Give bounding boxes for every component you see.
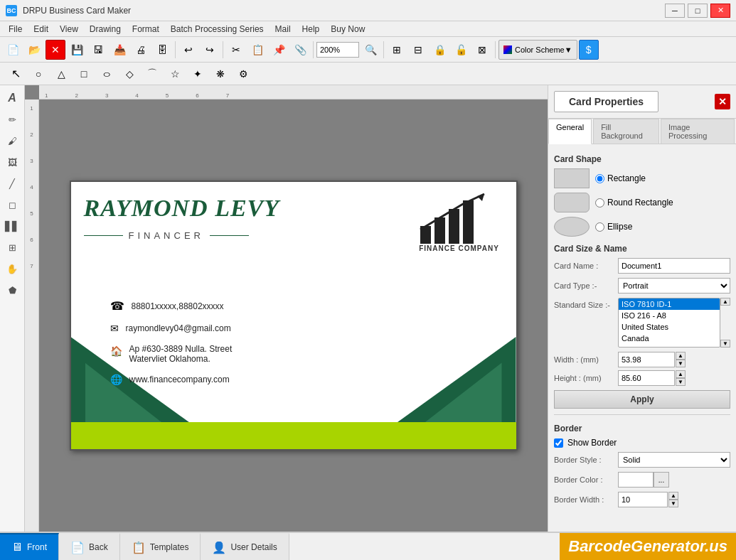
lock-button[interactable]: 🔒 <box>430 40 449 60</box>
tab-user-details[interactable]: 👤 User Details <box>201 533 289 560</box>
panel-close-button[interactable]: ✕ <box>715 94 730 109</box>
pen-tool[interactable]: ✏ <box>2 109 22 129</box>
gear-tool[interactable]: ⚙ <box>233 64 253 84</box>
size-list-up[interactable]: ▲ <box>720 298 730 306</box>
db-button[interactable]: 🗄 <box>152 40 172 60</box>
unlock-button[interactable]: 🔓 <box>451 40 471 60</box>
tab-back[interactable]: 📄 Back <box>59 533 120 560</box>
menu-buynow[interactable]: Buy Now <box>325 23 370 36</box>
color-scheme-button[interactable]: Color Scheme▼ <box>498 40 577 60</box>
show-border-label[interactable]: Show Border <box>567 438 617 448</box>
cut-button[interactable]: ✂ <box>226 40 246 60</box>
tab-fill-background[interactable]: Fill Background <box>593 119 659 144</box>
business-card[interactable]: RAYMOND LEVY FINANCER <box>70 181 518 451</box>
menu-batch[interactable]: Batch Processing Series <box>165 23 270 36</box>
zoom-out-button[interactable]: 🔍 <box>361 40 380 60</box>
right-panel: Card Properties ✕ General Fill Backgroun… <box>548 85 736 532</box>
website-row: 🌐 www.financecompany.com <box>110 374 233 385</box>
fill-tool[interactable]: ⬟ <box>2 280 22 300</box>
title-line-right <box>210 235 249 237</box>
menu-file[interactable]: File <box>3 23 28 36</box>
shape-ellipse-label[interactable]: Ellipse <box>595 222 632 232</box>
shape-tool[interactable]: ◻ <box>2 195 22 215</box>
tab-image-processing[interactable]: Image Processing <box>661 119 735 144</box>
zoom-input[interactable]: 200% <box>316 42 359 58</box>
canvas-area[interactable]: 1 2 3 4 5 6 7 1 2 3 4 5 6 7 <box>25 85 548 532</box>
tab-templates[interactable]: 📋 Templates <box>120 533 201 560</box>
redo-button[interactable]: ↪ <box>200 40 220 60</box>
triangle-tool[interactable]: △ <box>51 64 71 84</box>
star2-tool[interactable]: ✦ <box>188 64 208 84</box>
image-tool[interactable]: 🖼 <box>2 152 22 172</box>
rect-tool[interactable]: □ <box>74 64 94 84</box>
apply-button[interactable]: Apply <box>554 390 730 409</box>
radio-rectangle[interactable] <box>595 174 604 183</box>
close-doc-button[interactable]: ✕ <box>46 40 65 60</box>
print-button[interactable]: 🖨 <box>131 40 151 60</box>
diamond-tool[interactable]: ◇ <box>119 64 139 84</box>
card-type-select[interactable]: Portrait Landscape <box>618 278 730 294</box>
save-as-button[interactable]: 🖫 <box>88 40 108 60</box>
ellipse-tool[interactable]: ○ <box>92 64 120 84</box>
width-up[interactable]: ▲ <box>676 352 686 360</box>
zoom-width-button[interactable]: ⊟ <box>408 40 428 60</box>
arc-tool[interactable]: ⌒ <box>142 64 162 84</box>
app-icon: BC <box>6 5 17 16</box>
menu-view[interactable]: View <box>54 23 84 36</box>
height-input[interactable] <box>618 370 675 386</box>
radio-round-rect[interactable] <box>595 198 604 208</box>
height-down[interactable]: ▼ <box>676 378 686 386</box>
menu-mail[interactable]: Mail <box>270 23 297 36</box>
width-down[interactable]: ▼ <box>676 360 686 367</box>
new-button[interactable]: 📄 <box>3 40 23 60</box>
close-button[interactable]: ✕ <box>710 4 730 18</box>
flower-tool[interactable]: ❋ <box>210 64 230 84</box>
size-list-down[interactable]: ▼ <box>720 340 730 348</box>
height-up[interactable]: ▲ <box>676 370 686 378</box>
border-style-select[interactable]: Solid Dashed Dotted <box>618 452 730 468</box>
dollar-button[interactable]: $ <box>579 40 599 60</box>
card-name-input[interactable] <box>618 258 730 274</box>
radio-ellipse[interactable] <box>595 222 604 232</box>
pointer-tool[interactable]: ↖ <box>6 64 26 84</box>
menu-format[interactable]: Format <box>127 23 165 36</box>
tab-general[interactable]: General <box>548 119 592 144</box>
circle-tool[interactable]: ○ <box>28 64 48 84</box>
view-toggle-button[interactable]: ⊠ <box>472 40 492 60</box>
width-input[interactable] <box>618 352 675 367</box>
maximize-button[interactable]: □ <box>688 4 708 18</box>
border-color-swatch[interactable] <box>618 472 654 488</box>
paint-tool[interactable]: 🖌 <box>2 131 22 151</box>
border-width-up[interactable]: ▲ <box>668 492 678 500</box>
bottom-tabs: 🖥 Front 📄 Back 📋 Templates 👤 User Detail… <box>0 533 560 560</box>
border-width-down[interactable]: ▼ <box>668 500 678 507</box>
tab-front[interactable]: 🖥 Front <box>0 533 59 560</box>
svg-rect-2 <box>449 209 459 244</box>
paste-button[interactable]: 📌 <box>269 40 289 60</box>
show-border-checkbox[interactable] <box>554 438 563 448</box>
minimize-button[interactable]: ─ <box>665 4 685 18</box>
border-width-input[interactable] <box>618 492 668 507</box>
standard-size-list[interactable]: ISO 7810 ID-1 ISO 216 - A8 United States… <box>618 298 720 348</box>
border-color-picker-button[interactable]: ... <box>654 472 669 488</box>
undo-button[interactable]: ↩ <box>178 40 198 60</box>
hand-tool[interactable]: ✋ <box>2 259 22 279</box>
barcode-tool[interactable]: ▋▋ <box>2 216 22 236</box>
open-button[interactable]: 📂 <box>24 40 44 60</box>
zoom-fit-button[interactable]: ⊞ <box>387 40 407 60</box>
paste-special-button[interactable]: 📎 <box>290 40 310 60</box>
star-tool[interactable]: ☆ <box>165 64 185 84</box>
menu-edit[interactable]: Edit <box>28 23 54 36</box>
shape-rectangle-label[interactable]: Rectangle <box>595 173 646 183</box>
user-details-tab-icon: 👤 <box>212 541 226 554</box>
menu-drawing[interactable]: Drawing <box>84 23 127 36</box>
border-title: Border <box>554 424 730 434</box>
menu-help[interactable]: Help <box>297 23 326 36</box>
import-button[interactable]: 📥 <box>110 40 129 60</box>
copy-button[interactable]: 📋 <box>247 40 267 60</box>
line-tool[interactable]: ╱ <box>2 173 22 193</box>
save-button[interactable]: 💾 <box>67 40 87 60</box>
qr-tool[interactable]: ⊞ <box>2 237 22 257</box>
shape-round-rect-label[interactable]: Round Rectangle <box>595 198 673 208</box>
text-tool[interactable]: A <box>2 88 22 108</box>
